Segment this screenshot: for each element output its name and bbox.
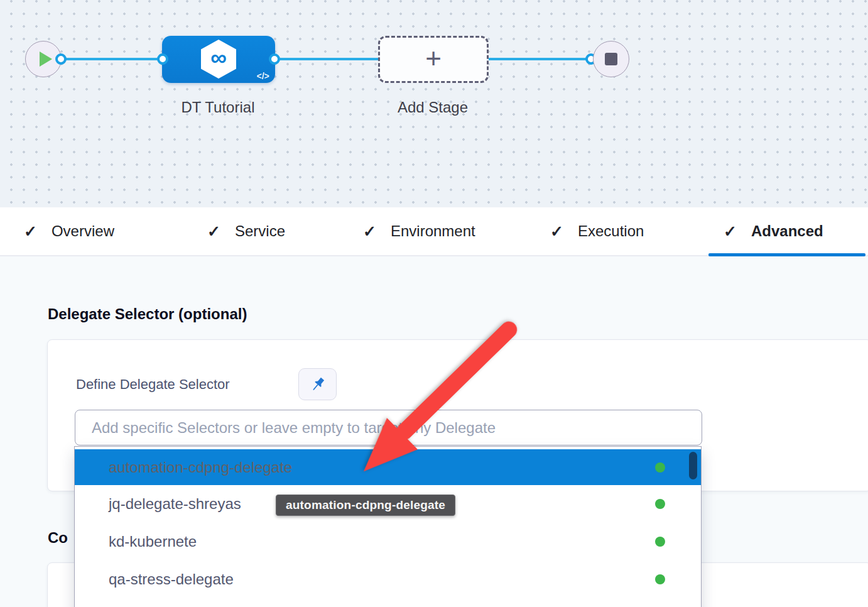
harness-cd-hexagon-icon: ∞ [201,40,236,79]
dropdown-option-qa-stress-delegate[interactable]: qa-stress-delegate [75,561,701,598]
port-dot [157,53,168,65]
delegate-tooltip: automation-cdpng-delegate [276,495,455,516]
pipeline-connector-line [61,58,592,60]
tab-service[interactable]: ✓ Service [207,207,285,255]
plus-icon: + [425,45,442,72]
option-label: qa-stress-delegate [109,571,234,588]
tab-label: Service [235,222,285,240]
add-stage-label: Add Stage [370,99,496,116]
tab-label: Environment [391,222,475,240]
stop-icon [605,53,617,65]
infinity-icon: ∞ [210,46,227,69]
option-label: jq-delegate-shreyas [109,495,241,513]
port-dot [269,53,280,65]
play-icon [40,52,52,67]
status-dot-green [655,537,665,547]
stage-tabbar: ✓ Overview ✓ Service ✓ Environment ✓ Exe… [0,207,868,256]
dropdown-option-automation-cdpng-delegate[interactable]: automation-cdpng-delegate [75,449,701,485]
tab-label: Execution [578,222,644,240]
status-dot-green [655,462,665,473]
pipeline-canvas[interactable]: ∞ </> DT Tutorial + Add Stage [0,0,868,207]
port-dot [55,53,67,65]
stage-node-dt-tutorial[interactable]: ∞ </> [162,36,275,83]
pushpin-icon [308,375,327,394]
delegate-options-dropdown: automation-cdpng-delegate jq-delegate-sh… [74,446,702,607]
status-dot-green [655,574,665,584]
pipeline-end-node [593,41,629,77]
tab-overview[interactable]: ✓ Overview [24,207,114,255]
tab-label: Advanced [751,222,823,240]
pipeline-studio-page: ∞ </> DT Tutorial + Add Stage ✓ Overview… [0,0,868,607]
delegate-selector-input[interactable] [75,410,702,446]
check-icon: ✓ [24,222,37,241]
tab-advanced[interactable]: ✓ Advanced [724,207,823,255]
tab-execution[interactable]: ✓ Execution [550,207,644,255]
check-icon: ✓ [724,222,737,241]
status-dot-green [655,499,665,509]
dropdown-scrollbar-thumb[interactable] [689,452,697,479]
define-delegate-selector-label: Define Delegate Selector [76,376,230,393]
check-icon: ✓ [363,222,376,241]
tab-environment[interactable]: ✓ Environment [363,207,475,255]
option-label: automation-cdpng-delegate [109,459,292,476]
check-icon: ✓ [550,222,563,241]
stage-label: DT Tutorial [155,99,281,116]
check-icon: ✓ [207,222,220,241]
tab-label: Overview [52,222,114,240]
advanced-tab-content: Delegate Selector (optional) Define Dele… [0,256,868,607]
pin-button[interactable] [298,368,337,400]
option-label: kd-kubernete [109,533,197,550]
code-view-toggle-icon[interactable]: </> [257,71,269,81]
delegate-selector-heading: Delegate Selector (optional) [48,305,247,323]
add-stage-button[interactable]: + [378,36,489,83]
partial-section-heading: Co [48,529,68,547]
dropdown-option-kd-kubernete[interactable]: kd-kubernete [75,523,701,561]
